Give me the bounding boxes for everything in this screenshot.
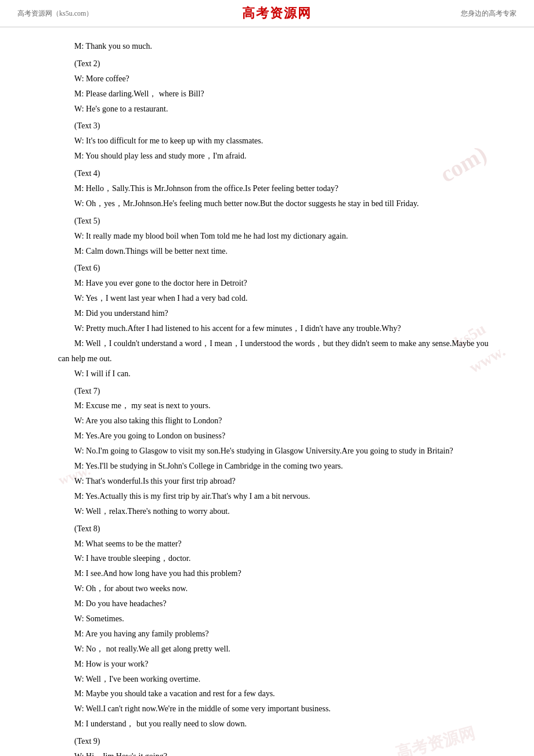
content-line: W: Sometimes. [58,611,499,627]
content-line: W: I will if I can. [58,366,499,381]
content-lines: M: Thank you so much.(Text 2)W: More cof… [58,39,499,756]
content-line: M: What seems to be the matter? [58,537,499,552]
content-line: W: Oh，yes，Mr.Johnson.He's feeling much b… [58,196,499,211]
content-line: W: He's gone to a restaurant. [58,102,499,117]
content-line: W: More coffee? [58,71,499,87]
content-line: M: Do you have headaches? [58,596,499,611]
content-line: W: Are you also taking this flight to Lo… [58,413,499,429]
content-line: M: Yes.I'll be studying in St.John's Col… [58,459,499,474]
content-line: W: Pretty much.After I had listened to h… [58,321,499,336]
page-header: 高考资源网（ks5u.com） 高考资源网 您身边的高考专家 [0,0,534,27]
content-line: W: Well，relax.There's nothing to worry a… [58,504,499,519]
content-line: (Text 8) [58,521,499,537]
content-line: W: Oh，for about two weeks now. [58,581,499,596]
content-line: M: I understand， but you really need to … [58,717,499,732]
content-line: M: How is your work? [58,657,499,672]
content-line: W: No.I'm going to Glasgow to visit my s… [58,444,499,459]
content-line: W: Well.I can't right now.We're in the m… [58,701,499,717]
content-line: M: Thank you so much. [58,39,499,54]
content-line: W: That's wonderful.Is this your first t… [58,474,499,489]
content-line: M: Well，I couldn't understand a word，I m… [58,336,499,366]
content-line: M: Please darling.Well， where is Bill? [58,87,499,102]
content-line: W: Hi，Jim.How's it going? [58,749,499,756]
content-line: M: Are you having any family problems? [58,627,499,642]
content-line: M: Have you ever gone to the doctor here… [58,276,499,291]
content-line: (Text 7) [58,384,499,399]
content-line: W: I have trouble sleeping，doctor. [58,551,499,566]
header-right-text: 您身边的高考专家 [461,9,517,19]
content-line: (Text 9) [58,734,499,749]
content-line: M: Calm down.Things will be better next … [58,244,499,259]
main-content: com) ks5uwww. www. 高考资源网 M: Thank you so… [0,27,534,756]
content-line: W: Yes，I went last year when I had a ver… [58,291,499,306]
content-line: M: You should play less and study more，I… [58,149,499,164]
content-line: (Text 6) [58,261,499,276]
content-line: M: Excuse me， my seat is next to yours. [58,398,499,413]
content-line: (Text 2) [58,56,499,71]
header-left-text: 高考资源网（ks5u.com） [17,9,93,19]
content-line: M: Yes.Are you going to London on busine… [58,429,499,444]
header-center-title: 高考资源网 [242,5,312,22]
content-line: M: Did you understand him? [58,306,499,321]
content-line: W: It's too difficult for me to keep up … [58,134,499,149]
content-line: M: I see.And how long have you had this … [58,566,499,581]
content-line: (Text 4) [58,166,499,181]
content-line: W: Well，I've been working overtime. [58,672,499,687]
content-line: M: Hello，Sally.This is Mr.Johnson from t… [58,181,499,196]
content-line: (Text 5) [58,214,499,229]
content-line: M: Yes.Actually this is my first trip by… [58,489,499,504]
content-line: (Text 3) [58,118,499,134]
content-line: W: No， not really.We all get along prett… [58,642,499,657]
content-line: M: Maybe you should take a vacation and … [58,686,499,701]
content-line: W: It really made my blood boil when Tom… [58,229,499,244]
